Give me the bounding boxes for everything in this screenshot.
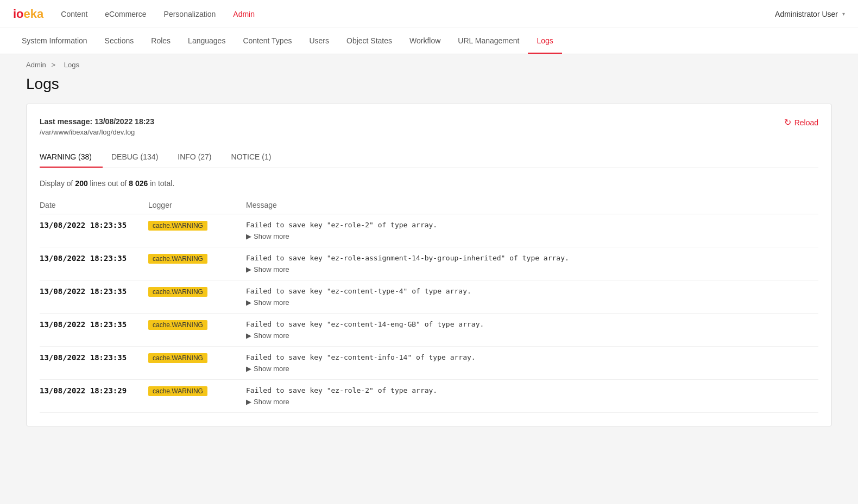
tab-warning[interactable]: WARNING (38) [40,147,103,168]
log-logger: cache.WARNING [148,380,246,413]
display-total: 8 026 [129,179,148,188]
log-message-cell: Failed to save key "ez-role-2" of type a… [246,214,818,247]
log-message-text: Failed to save key "ez-content-info-14" … [246,353,812,361]
logo[interactable]: ioeka [13,7,43,21]
chevron-down-icon: ▾ [842,11,845,17]
log-badge: cache.WARNING [148,287,207,297]
show-more-button[interactable]: ▶ Show more [246,365,289,373]
log-message-cell: Failed to save key "ez-content-info-14" … [246,347,818,380]
log-date: 13/08/2022 18:23:35 [40,314,148,347]
log-badge: cache.WARNING [148,254,207,264]
log-message-text: Failed to save key "ez-role-2" of type a… [246,221,812,229]
log-header: Last message: 13/08/2022 18:23 /var/www/… [40,117,818,136]
page-title: Logs [0,75,858,104]
table-row: 13/08/2022 18:23:35 cache.WARNING Failed… [40,280,818,314]
nav-admin[interactable]: Admin [233,8,255,21]
breadcrumb-separator: > [51,61,55,69]
log-date: 13/08/2022 18:23:35 [40,347,148,380]
logo-io: io [13,7,24,21]
log-message-cell: Failed to save key "ez-role-assignment-1… [246,247,818,280]
subnav-logs[interactable]: Logs [528,28,562,54]
subnav-workflow[interactable]: Workflow [401,28,449,54]
logo-eka: eka [24,7,44,21]
log-message-text: Failed to save key "ez-role-assignment-1… [246,254,812,262]
breadcrumb-current: Logs [64,61,79,69]
log-logger: cache.WARNING [148,280,246,314]
tab-info[interactable]: INFO (27) [178,147,222,168]
log-message-cell: Failed to save key "ez-role-2" of type a… [246,380,818,413]
tab-debug[interactable]: DEBUG (134) [111,147,169,168]
nav-personalization[interactable]: Personalization [164,8,216,21]
log-meta: Last message: 13/08/2022 18:23 /var/www/… [40,117,154,136]
subnav-languages[interactable]: Languages [179,28,234,54]
log-message-cell: Failed to save key "ez-content-type-4" o… [246,280,818,314]
subnav-users[interactable]: Users [300,28,338,54]
log-message-cell: Failed to save key "ez-content-14-eng-GB… [246,314,818,347]
table-row: 13/08/2022 18:23:35 cache.WARNING Failed… [40,214,818,247]
show-more-button[interactable]: ▶ Show more [246,298,289,307]
col-header-date: Date [40,196,148,214]
nav-content[interactable]: Content [61,8,87,21]
display-prefix: Display of [40,179,75,188]
top-nav-links: Content eCommerce Personalization Admin [61,8,775,21]
show-more-button[interactable]: ▶ Show more [246,398,289,406]
log-tabs: WARNING (38) DEBUG (134) INFO (27) NOTIC… [40,147,818,168]
reload-icon: ↻ [784,117,791,127]
user-name: Administrator User [775,10,838,18]
last-message: Last message: 13/08/2022 18:23 [40,117,154,126]
log-table: Date Logger Message 13/08/2022 18:23:35 … [40,196,818,413]
top-navigation: ioeka Content eCommerce Personalization … [0,0,858,28]
display-suffix: in total. [148,179,174,188]
reload-label: Reload [794,118,818,127]
show-more-button[interactable]: ▶ Show more [246,331,289,340]
log-badge: cache.WARNING [148,386,207,396]
log-path: /var/www/ibexa/var/log/dev.log [40,128,154,136]
main-content: Last message: 13/08/2022 18:23 /var/www/… [26,104,832,426]
table-row: 13/08/2022 18:23:35 cache.WARNING Failed… [40,347,818,380]
log-badge: cache.WARNING [148,353,207,363]
display-count: 200 [75,179,87,188]
log-date: 13/08/2022 18:23:35 [40,247,148,280]
log-date: 13/08/2022 18:23:29 [40,380,148,413]
log-logger: cache.WARNING [148,214,246,247]
subnav-roles[interactable]: Roles [142,28,179,54]
log-message-text: Failed to save key "ez-content-14-eng-GB… [246,320,812,328]
show-more-button[interactable]: ▶ Show more [246,232,289,240]
log-logger: cache.WARNING [148,347,246,380]
subnav-content-types[interactable]: Content Types [234,28,300,54]
breadcrumb-admin[interactable]: Admin [26,61,46,69]
display-info: Display of 200 lines out of 8 026 in tot… [40,179,818,188]
log-date: 13/08/2022 18:23:35 [40,280,148,314]
log-message-text: Failed to save key "ez-content-type-4" o… [246,287,812,295]
subnav-system-information[interactable]: System Information [13,28,96,54]
display-mid: lines out of [88,179,129,188]
log-message-text: Failed to save key "ez-role-2" of type a… [246,386,812,394]
log-logger: cache.WARNING [148,247,246,280]
log-date: 13/08/2022 18:23:35 [40,214,148,247]
subnav-sections[interactable]: Sections [96,28,143,54]
col-header-message: Message [246,196,818,214]
log-logger: cache.WARNING [148,314,246,347]
subnav-object-states[interactable]: Object States [338,28,401,54]
log-badge: cache.WARNING [148,320,207,330]
log-badge: cache.WARNING [148,221,207,231]
subnav-url-management[interactable]: URL Management [449,28,528,54]
reload-button[interactable]: ↻ Reload [784,117,818,127]
table-row: 13/08/2022 18:23:35 cache.WARNING Failed… [40,314,818,347]
tab-notice[interactable]: NOTICE (1) [231,147,282,168]
user-menu[interactable]: Administrator User ▾ [775,10,845,18]
nav-ecommerce[interactable]: eCommerce [105,8,146,21]
show-more-button[interactable]: ▶ Show more [246,265,289,273]
breadcrumb: Admin > Logs [0,54,858,75]
sub-navigation: System Information Sections Roles Langua… [0,28,858,54]
table-row: 13/08/2022 18:23:35 cache.WARNING Failed… [40,247,818,280]
col-header-logger: Logger [148,196,246,214]
table-row: 13/08/2022 18:23:29 cache.WARNING Failed… [40,380,818,413]
